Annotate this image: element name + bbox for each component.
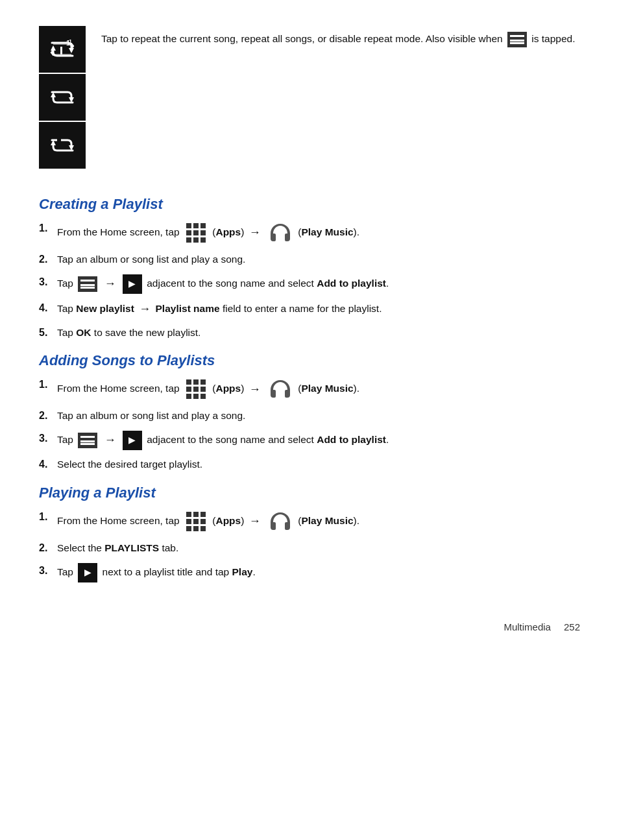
svg-rect-19 — [186, 379, 191, 385]
svg-rect-26 — [193, 394, 199, 399]
svg-rect-23 — [193, 387, 199, 392]
list-item: 2. Tap an album or song list and play a … — [39, 252, 580, 268]
step-content: Tap next to a playlist title and tap Pla… — [57, 563, 580, 582]
step-number: 3. — [39, 431, 57, 447]
black-square-icon — [78, 563, 97, 582]
svg-rect-32 — [193, 519, 199, 524]
repeat-icon-2 — [39, 74, 86, 121]
step-number: 1. — [39, 377, 57, 393]
step-content: Select the PLAYLISTS tab. — [57, 540, 580, 556]
svg-rect-27 — [200, 394, 206, 399]
step-number: 1. — [39, 509, 57, 525]
section-title-creating: Creating a Playlist — [39, 196, 580, 213]
section-title-playing: Playing a Playlist — [39, 485, 580, 501]
apps-icon — [185, 510, 207, 533]
svg-rect-34 — [186, 526, 191, 531]
menu-bar-icon — [78, 433, 97, 448]
list-item: 4. Tap New playlist → Playlist name fiel… — [39, 300, 580, 318]
repeat-icons: 1 1 — [39, 26, 86, 170]
svg-rect-11 — [193, 223, 199, 228]
svg-rect-0 — [60, 47, 62, 54]
step-content: Tap OK to save the new playlist. — [57, 325, 580, 341]
step-number: 3. — [39, 563, 57, 579]
arrow-icon: → — [104, 275, 116, 293]
arrow-icon: → — [139, 300, 151, 318]
step-content: Tap New playlist → Playlist name field t… — [57, 300, 580, 318]
list-item: 4. Select the desired target playlist. — [39, 457, 580, 473]
step-content: Tap → adjacent to the song name and sele… — [57, 431, 580, 450]
list-item: 1. From the Home screen, tap — [39, 377, 580, 402]
arrow-icon: → — [104, 431, 116, 450]
step-content: From the Home screen, tap (Apps) → — [57, 377, 580, 402]
svg-rect-18 — [200, 237, 206, 243]
arrow-icon: → — [249, 224, 261, 242]
playing-playlist-list: 1. From the Home screen, tap — [39, 509, 580, 582]
section-adding-songs: Adding Songs to Playlists 1. From the Ho… — [39, 352, 580, 473]
step-content: Tap an album or song list and play a son… — [57, 408, 580, 424]
step-number: 1. — [39, 221, 57, 237]
step-number: 5. — [39, 325, 57, 341]
svg-rect-22 — [186, 387, 191, 392]
list-item: 5. Tap OK to save the new playlist. — [39, 325, 580, 341]
apps-icon — [185, 222, 207, 244]
section-creating-playlist: Creating a Playlist 1. From the Home scr… — [39, 196, 580, 341]
svg-text:1: 1 — [66, 39, 70, 47]
list-item: 1. From the Home screen, tap — [39, 509, 580, 534]
headphones-icon — [268, 377, 293, 402]
footer: Multimedia 252 — [39, 621, 580, 632]
svg-rect-17 — [193, 237, 199, 243]
arrow-icon: → — [249, 512, 261, 531]
step-content: Tap → adjacent to the song name and sele… — [57, 274, 580, 294]
repeat-icon-1: 1 1 — [39, 26, 86, 73]
svg-rect-28 — [186, 512, 191, 517]
top-section: 1 1 — [39, 26, 580, 170]
svg-rect-16 — [186, 237, 191, 243]
black-square-icon — [123, 431, 142, 450]
svg-rect-30 — [200, 512, 206, 517]
section-playing-playlist: Playing a Playlist 1. From the Home scre… — [39, 485, 580, 582]
step-number: 2. — [39, 408, 57, 424]
svg-rect-24 — [200, 387, 206, 392]
step-content: Select the desired target playlist. — [57, 457, 580, 472]
step-number: 2. — [39, 540, 57, 557]
menu-bar-inline-icon — [507, 32, 527, 47]
svg-rect-31 — [186, 519, 191, 524]
list-item: 2. Select the PLAYLISTS tab. — [39, 540, 580, 557]
footer-page: 252 — [564, 621, 580, 632]
svg-rect-29 — [193, 512, 199, 517]
repeat-icon-3 — [39, 122, 86, 169]
menu-bar-icon — [78, 276, 97, 292]
top-desc-text: Tap to repeat the current song, repeat a… — [101, 33, 503, 44]
svg-rect-14 — [193, 230, 199, 235]
footer-label: Multimedia — [504, 621, 551, 632]
list-item: 2. Tap an album or song list and play a … — [39, 408, 580, 424]
svg-rect-10 — [186, 223, 191, 228]
step-number: 3. — [39, 274, 57, 291]
arrow-icon: → — [249, 381, 261, 399]
step-content: Tap an album or song list and play a son… — [57, 252, 580, 267]
svg-rect-12 — [200, 223, 206, 228]
top-desc-text2: is tapped. — [531, 33, 575, 44]
headphones-icon — [268, 221, 293, 245]
svg-rect-33 — [200, 519, 206, 524]
headphones-icon — [268, 509, 293, 534]
section-title-adding: Adding Songs to Playlists — [39, 352, 580, 369]
step-number: 2. — [39, 252, 57, 268]
list-item: 3. Tap → adjacent to the song name and s… — [39, 431, 580, 450]
svg-rect-35 — [193, 526, 199, 531]
svg-marker-3 — [51, 45, 56, 51]
step-number: 4. — [39, 457, 57, 473]
apps-icon — [185, 378, 207, 400]
creating-playlist-list: 1. From the Home screen, tap — [39, 221, 580, 341]
list-item: 3. Tap → adjacent to the song name and s… — [39, 274, 580, 294]
svg-rect-36 — [200, 526, 206, 531]
svg-rect-21 — [200, 379, 206, 385]
adding-songs-list: 1. From the Home screen, tap — [39, 377, 580, 473]
step-number: 4. — [39, 300, 57, 317]
svg-rect-20 — [193, 379, 199, 385]
step-content: From the Home screen, tap (Apps) → — [57, 509, 580, 534]
step-content: From the Home screen, tap (Apps) → — [57, 221, 580, 245]
svg-rect-25 — [186, 394, 191, 399]
list-item: 3. Tap next to a playlist title and tap … — [39, 563, 580, 582]
svg-marker-2 — [69, 48, 74, 53]
